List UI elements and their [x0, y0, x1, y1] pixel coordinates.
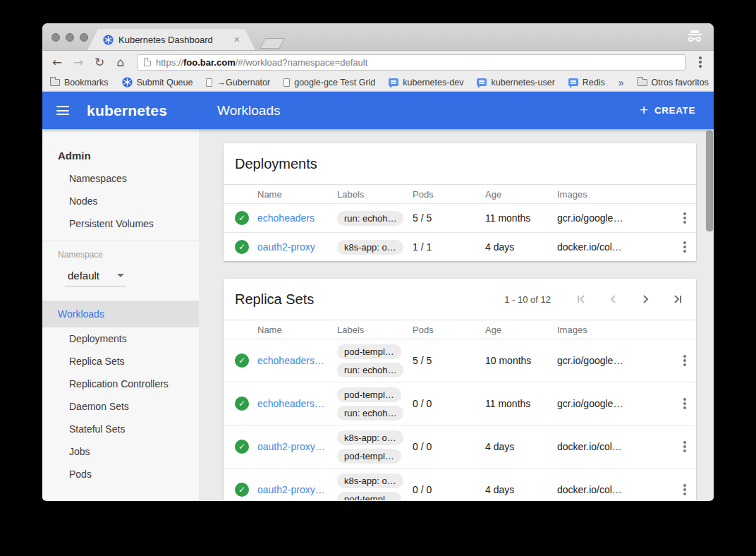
chat-icon — [389, 78, 398, 86]
app-header: kubernetes Workloads + CREATE — [42, 92, 714, 129]
status-ok-icon: ✓ — [235, 397, 249, 411]
close-window-button[interactable] — [51, 33, 60, 42]
url-bar[interactable]: https://foo.bar.com/#/workload?namespace… — [137, 54, 685, 71]
resource-link[interactable]: oauth2-proxy… — [257, 484, 337, 495]
kubernetes-logo[interactable]: kubernetes — [87, 102, 167, 119]
status-ok-icon: ✓ — [235, 211, 249, 225]
minimize-window-button[interactable] — [66, 33, 74, 42]
sidebar-item-workloads[interactable]: Workloads — [42, 301, 199, 327]
bookmark-item[interactable]: kubernetes-dev — [389, 78, 463, 87]
status-ok-icon: ✓ — [235, 240, 249, 254]
other-favorites-folder[interactable]: Otros favoritos — [638, 78, 709, 87]
resource-link[interactable]: echoheaders… — [257, 398, 337, 409]
resource-link[interactable]: oauth2-proxy… — [257, 441, 337, 452]
replica-sets-card: Replica Sets 1 - 10 of 12 — [224, 279, 696, 500]
sidebar-item-jobs[interactable]: Jobs — [42, 440, 199, 463]
label-chip: pod-templ… — [337, 344, 401, 359]
browser-menu-icon[interactable] — [693, 55, 708, 69]
label-chip: k8s-app: o… — [337, 240, 403, 255]
resource-link[interactable]: oauth2-proxy — [257, 241, 337, 253]
status-ok-icon: ✓ — [235, 483, 249, 497]
sidebar-item-persistent-volumes[interactable]: Persistent Volumes — [42, 212, 199, 235]
browser-window: Kubernetes Dashboard × ← → ↻ ⌂ https://f… — [42, 23, 714, 501]
incognito-icon — [687, 30, 702, 44]
folder-icon — [50, 79, 60, 86]
label-chip: k8s-app: o… — [337, 430, 403, 445]
row-menu-icon[interactable] — [683, 402, 686, 405]
bookmark-item[interactable]: kubernetes-user — [477, 78, 554, 87]
previous-page-icon[interactable] — [607, 293, 620, 306]
row-menu-icon[interactable] — [683, 359, 686, 362]
hamburger-menu-icon[interactable] — [56, 106, 69, 115]
sidebar-item-namespaces[interactable]: Namespaces — [42, 167, 199, 190]
age-cell: 11 months — [485, 212, 557, 224]
images-cell: gcr.io/google… — [557, 212, 673, 224]
scrollbar-thumb[interactable] — [706, 131, 713, 231]
row-menu-icon[interactable] — [683, 445, 686, 448]
resource-link[interactable]: echoheaders — [257, 212, 337, 224]
bookmarks-bar: Bookmarks Submit Queue →Gubernator googl… — [42, 73, 714, 92]
sidebar-item-replica-sets[interactable]: Replica Sets — [42, 350, 199, 373]
images-cell: docker.io/col… — [557, 484, 673, 495]
sidebar-item-nodes[interactable]: Nodes — [42, 190, 199, 212]
pagination: 1 - 10 of 12 — [504, 293, 683, 306]
sidebar-item-replication-controllers[interactable]: Replication Controllers — [42, 373, 199, 395]
row-menu-icon[interactable] — [683, 217, 686, 219]
browser-tab[interactable]: Kubernetes Dashboard × — [87, 29, 255, 50]
sidebar-item-pods[interactable]: Pods — [42, 463, 199, 485]
bookmark-item[interactable]: →Gubernator — [206, 78, 270, 87]
kubernetes-icon — [122, 77, 133, 87]
pods-cell: 0 / 0 — [413, 398, 485, 409]
label-chip: run: echoh… — [337, 211, 403, 226]
sidebar-item-daemon-sets[interactable]: Daemon Sets — [42, 395, 199, 418]
folder-icon — [638, 79, 647, 86]
forward-icon[interactable]: → — [69, 56, 87, 68]
status-ok-icon: ✓ — [235, 440, 249, 454]
page-icon — [284, 78, 290, 87]
next-page-icon[interactable] — [639, 293, 652, 306]
bookmark-item[interactable]: Submit Queue — [122, 77, 193, 87]
pods-cell: 1 / 1 — [413, 241, 485, 253]
first-page-icon[interactable] — [575, 293, 588, 306]
sidebar-item-admin[interactable]: Admin — [42, 143, 199, 167]
home-icon[interactable]: ⌂ — [111, 56, 130, 68]
zoom-window-button[interactable] — [80, 33, 88, 42]
label-chip: pod-templ… — [337, 449, 401, 464]
kubernetes-dashboard-page: kubernetes Workloads + CREATE Admin Name… — [42, 92, 714, 500]
images-cell: gcr.io/google… — [557, 355, 673, 366]
namespace-select[interactable]: default — [65, 270, 126, 286]
row-menu-icon[interactable] — [683, 246, 686, 248]
row-menu-icon[interactable] — [683, 488, 686, 491]
sidebar-item-deployments[interactable]: Deployments — [42, 327, 199, 350]
images-cell: docker.io/col… — [557, 241, 673, 253]
bookmark-item[interactable]: Bookmarks — [50, 78, 109, 87]
bookmark-item[interactable]: google-gce Test Grid — [284, 78, 375, 87]
last-page-icon[interactable] — [671, 293, 683, 306]
back-icon[interactable]: ← — [48, 56, 66, 68]
table-row: ✓ oauth2-proxy… k8s-app: o… pod-templ… 0… — [224, 425, 696, 468]
sidebar-item-stateful-sets[interactable]: Stateful Sets — [42, 418, 199, 440]
age-cell: 10 months — [485, 355, 557, 366]
label-chip: k8s-app: o… — [337, 473, 403, 488]
bookmark-item[interactable]: Redis — [568, 78, 605, 87]
label-chip: run: echoh… — [337, 406, 403, 421]
table-row: ✓ echoheaders… pod-templ… run: echoh… 5 … — [224, 339, 696, 382]
age-cell: 4 days — [485, 484, 557, 495]
label-chip: pod-templ… — [337, 492, 401, 501]
reload-icon[interactable]: ↻ — [90, 56, 109, 68]
table-header: Name Labels Pods Age Images — [224, 184, 696, 203]
images-cell: docker.io/col… — [557, 441, 673, 452]
page-icon — [206, 78, 212, 87]
pods-cell: 0 / 0 — [413, 441, 485, 452]
pods-cell: 5 / 5 — [413, 212, 485, 224]
sidebar-divider — [42, 241, 199, 241]
bookmarks-overflow-icon[interactable]: » — [618, 77, 624, 88]
create-button[interactable]: + CREATE — [640, 104, 695, 117]
resource-link[interactable]: echoheaders… — [257, 355, 337, 366]
new-tab-button[interactable] — [260, 38, 285, 49]
table-row: ✓ echoheaders… pod-templ… run: echoh… 0 … — [224, 382, 696, 425]
kubernetes-icon — [103, 35, 114, 45]
tab-close-icon[interactable]: × — [234, 34, 240, 45]
url-text: https://foo.bar.com/#/workload?namespace… — [156, 57, 367, 68]
main-content: Deployments Name Labels Pods Age Images … — [199, 129, 714, 500]
